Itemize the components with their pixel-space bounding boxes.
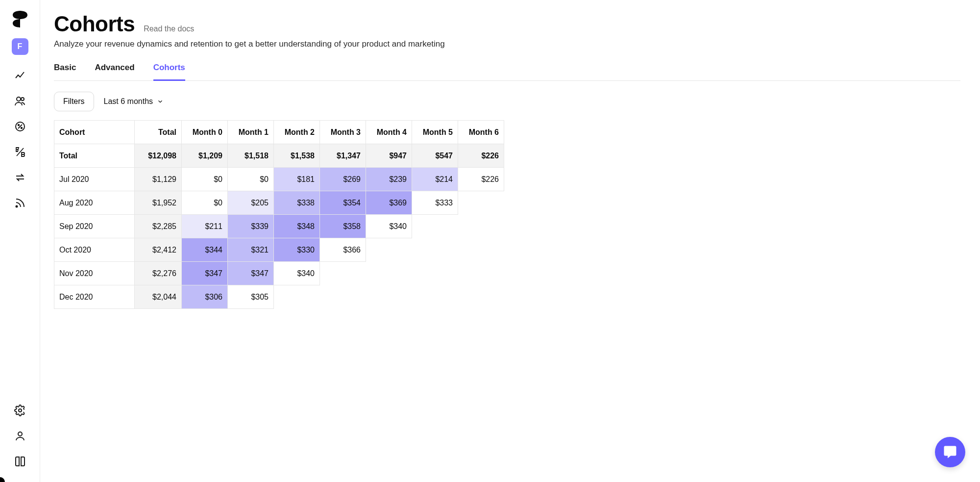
col-header-month3: Month 3: [320, 121, 366, 144]
total-row-m2: $1,538: [274, 144, 320, 168]
svg-point-1: [21, 98, 24, 101]
svg-point-4: [21, 127, 22, 128]
cell-value: $181: [274, 168, 320, 191]
row-label: Nov 2020: [54, 262, 135, 285]
cell-value: $269: [320, 168, 366, 191]
cell-empty: [320, 262, 366, 285]
cell-empty: [458, 191, 504, 215]
table-total-row: Total $12,098 $1,209 $1,518 $1,538 $1,34…: [54, 144, 504, 168]
profile-icon[interactable]: [14, 430, 26, 442]
col-header-month5: Month 5: [412, 121, 458, 144]
filters-button[interactable]: Filters: [54, 92, 94, 111]
table-row: Jul 2020$1,129$0$0$181$269$239$214$226: [54, 168, 504, 191]
cell-value: $340: [366, 215, 412, 238]
svg-point-6: [19, 409, 22, 412]
page-header: Cohorts Read the docs: [54, 12, 960, 36]
cell-empty: [458, 262, 504, 285]
docs-icon[interactable]: [14, 456, 26, 467]
svg-point-3: [18, 125, 19, 126]
total-row-m1: $1,518: [228, 144, 274, 168]
col-header-total: Total: [135, 121, 182, 144]
settings-icon[interactable]: [14, 405, 26, 416]
cell-value: $226: [458, 168, 504, 191]
row-total: $1,129: [135, 168, 182, 191]
sidebar-bottom: [14, 405, 26, 467]
col-header-month2: Month 2: [274, 121, 320, 144]
cell-value: $0: [182, 191, 228, 215]
cell-value: $338: [274, 191, 320, 215]
workspace-avatar[interactable]: F: [12, 38, 28, 55]
date-range-dropdown[interactable]: Last 6 months: [104, 97, 164, 106]
tab-cohorts[interactable]: Cohorts: [153, 63, 185, 81]
total-row-m5: $547: [412, 144, 458, 168]
table-header-row: Cohort Total Month 0 Month 1 Month 2 Mon…: [54, 121, 504, 144]
cell-empty: [274, 285, 320, 309]
chat-button[interactable]: [935, 437, 965, 467]
table-row: Oct 2020$2,412$344$321$330$366: [54, 238, 504, 262]
cell-value: $348: [274, 215, 320, 238]
cell-value: $321: [228, 238, 274, 262]
total-row-m4: $947: [366, 144, 412, 168]
col-header-month4: Month 4: [366, 121, 412, 144]
cell-empty: [412, 262, 458, 285]
cell-value: $354: [320, 191, 366, 215]
col-header-month1: Month 1: [228, 121, 274, 144]
row-total: $2,285: [135, 215, 182, 238]
page-title: Cohorts: [54, 12, 135, 36]
sidebar-nav: [14, 70, 26, 209]
cell-value: $0: [228, 168, 274, 191]
transfer-icon[interactable]: [14, 172, 26, 183]
row-total: $1,952: [135, 191, 182, 215]
tab-advanced[interactable]: Advanced: [95, 63, 134, 80]
col-header-month0: Month 0: [182, 121, 228, 144]
row-label: Sep 2020: [54, 215, 135, 238]
cell-value: $330: [274, 238, 320, 262]
cell-value: $239: [366, 168, 412, 191]
workspace-avatar-initial: F: [18, 42, 23, 51]
row-label: Oct 2020: [54, 238, 135, 262]
cell-value: $306: [182, 285, 228, 309]
cell-empty: [412, 285, 458, 309]
svg-point-5: [16, 206, 17, 207]
rss-icon[interactable]: [14, 197, 26, 209]
total-row-m0: $1,209: [182, 144, 228, 168]
cell-empty: [412, 238, 458, 262]
cell-value: $358: [320, 215, 366, 238]
users-icon[interactable]: [14, 95, 26, 107]
logo-icon: [13, 11, 27, 27]
cell-value: $339: [228, 215, 274, 238]
svg-point-7: [18, 432, 22, 436]
row-label: Dec 2020: [54, 285, 135, 309]
tabs: Basic Advanced Cohorts: [54, 63, 960, 81]
date-range-label: Last 6 months: [104, 97, 153, 106]
row-total: $2,044: [135, 285, 182, 309]
cell-value: $347: [228, 262, 274, 285]
cell-value: $333: [412, 191, 458, 215]
cell-value: $347: [182, 262, 228, 285]
cell-value: $211: [182, 215, 228, 238]
cell-empty: [366, 238, 412, 262]
col-header-month6: Month 6: [458, 121, 504, 144]
row-total: $2,276: [135, 262, 182, 285]
row-total: $2,412: [135, 238, 182, 262]
ab-test-icon[interactable]: [14, 146, 26, 158]
trends-icon[interactable]: [14, 70, 26, 81]
cell-value: $344: [182, 238, 228, 262]
cell-value: $340: [274, 262, 320, 285]
discount-icon[interactable]: [14, 121, 26, 132]
tab-basic[interactable]: Basic: [54, 63, 76, 80]
chat-icon: [943, 445, 957, 459]
table-row: Aug 2020$1,952$0$205$338$354$369$333: [54, 191, 504, 215]
page-subtitle: Analyze your revenue dynamics and retent…: [54, 39, 960, 49]
total-row-m3: $1,347: [320, 144, 366, 168]
cell-empty: [458, 285, 504, 309]
cell-value: $366: [320, 238, 366, 262]
read-docs-link[interactable]: Read the docs: [144, 25, 194, 33]
cell-empty: [366, 262, 412, 285]
table-row: Sep 2020$2,285$211$339$348$358$340: [54, 215, 504, 238]
cell-value: $369: [366, 191, 412, 215]
row-label: Aug 2020: [54, 191, 135, 215]
table-body: Total $12,098 $1,209 $1,518 $1,538 $1,34…: [54, 144, 504, 309]
total-row-m6: $226: [458, 144, 504, 168]
cell-value: $305: [228, 285, 274, 309]
